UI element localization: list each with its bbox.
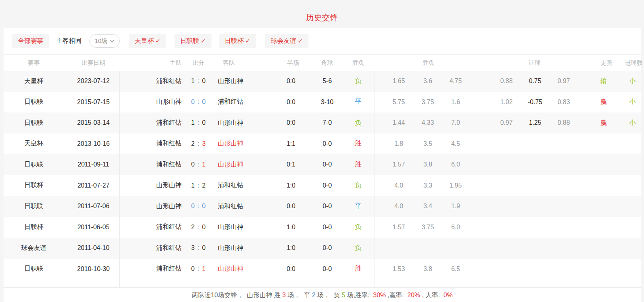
cell-1x2-odds: 1.53 [392,259,405,280]
cell-league: 天皇杯 [24,134,43,155]
cell-half-time: 0:1 [287,154,295,175]
cell-1x2-odds: 7.0 [451,112,460,134]
filter-same-home-away-tab[interactable]: 主客相同 [56,34,81,48]
cell-away-team: 山形山神 [218,71,243,92]
cell-score: 0:1 [191,154,206,175]
cell-corners: 0-0 [322,175,332,196]
cell-result: 负 [355,175,361,196]
cell-1x2-odds: 6.5 [451,259,460,280]
cell-league: 球会友谊 [21,238,47,259]
filter-tag-tenno-cup[interactable]: 天皇杯 ✓ [129,34,166,48]
filter-tag-j-league-cup[interactable]: 日联杯 ✓ [219,34,256,48]
cell-result: 平 [355,92,361,113]
table-header: 赛事 比赛日期 主队 比分 客队 半场 角球 胜负 胜负 让球 走势 进球数 [4,54,641,71]
header-home-team: 主队 [170,54,182,71]
cell-home-team: 山形山神 [156,175,182,196]
cell-score: 1:0 [191,112,206,134]
filter-tag-label: 日职联 [180,37,199,45]
header-1x2-odds: 胜负 [422,54,434,71]
cell-home-team: 浦和红钻 [156,238,182,259]
summary-segment: ,赢率: [386,292,407,298]
cell-corners: 5-6 [322,71,332,92]
cell-result: 胜 [355,134,361,155]
cell-league: 日联杯 [24,175,43,196]
cell-away-team: 浦和红钻 [218,175,243,196]
cell-score: 0:0 [191,92,206,113]
cell-1x2-odds: 3.6 [423,71,432,92]
cell-home-team: 浦和红钻 [156,112,182,134]
page-title: 历史交锋 [0,12,644,23]
cell-corners: 0-0 [322,259,332,280]
cell-home-team: 浦和红钻 [156,154,182,175]
cell-away-team: 浦和红钻 [218,92,243,113]
match-count-value: 10场 [95,37,107,45]
cell-date: 2013-10-16 [77,134,110,155]
cell-half-time: 1:1 [287,134,295,155]
cell-trend: 赢 [600,92,607,113]
cell-1x2-odds: 5.75 [392,92,405,113]
cell-home-team: 浦和红钻 [156,217,182,238]
cell-handicap-odds: 0.97 [557,71,570,92]
summary-line: 两队近10场交锋， 山形山神 胜 3 场， 平 2 场， 负 5 场,胜率: 3… [4,287,641,302]
cell-result: 负 [355,71,361,92]
cell-1x2-odds: 6.0 [451,154,460,175]
cell-score: 3:0 [191,238,206,259]
table-row: 日职联2015-03-14浦和红钻1:0山形山神0:07-0负1.444.337… [4,112,641,134]
cell-corners: 0-0 [322,196,332,217]
cell-1x2-odds: 1.57 [392,154,405,175]
cell-away-team: 浦和红钻 [218,196,243,217]
cell-away-team: 山形山神 [218,259,243,280]
cell-1x2-odds: 1.8 [394,134,403,155]
cell-1x2-odds: 3.3 [423,175,432,196]
header-away-team: 客队 [223,54,235,71]
filter-tag-club-friendly[interactable]: 球会友谊 ✓ [265,34,308,48]
filter-all-matches-label: 全部赛事 [18,37,43,45]
cell-league: 日职联 [24,92,43,113]
cell-away-team: 山形山神 [218,154,243,175]
cell-1x2-odds: 1.6 [451,92,460,113]
cell-date: 2011-09-11 [78,154,109,175]
column-divider [374,71,374,287]
filter-tag-label: 日联杯 [225,37,244,45]
match-count-dropdown[interactable]: 10场 [89,34,120,48]
cell-date: 2023-07-12 [77,71,110,92]
cell-half-time: 1:0 [287,217,295,238]
cell-corners: 7-0 [322,112,332,134]
table-row: 天皇杯2013-10-16浦和红钻2:3山形山神1:10-0胜1.83.54.5 [4,134,641,155]
filter-all-matches-button[interactable]: 全部赛事 [12,34,49,48]
cell-handicap-odds: 0.88 [557,112,570,134]
summary-segment: 2 [312,292,316,298]
table-row: 日职联2015-07-15山形山神0:0浦和红钻0:03-10平5.753.75… [4,92,641,113]
cell-date: 2010-10-30 [77,259,110,280]
cell-1x2-odds: 3.8 [423,154,432,175]
cell-date: 2011-07-06 [78,196,110,217]
cell-half-time: 0:0 [287,112,295,134]
cell-goals-total: 小 [629,112,636,134]
table-row: 日职联2011-09-11浦和红钻0:1山形山神0:10-0胜1.573.86.… [4,154,641,175]
cell-goals-total: 小 [629,71,636,92]
summary-segment: 山形山神 胜 [247,292,282,298]
cell-trend: 赢 [600,112,607,134]
cell-handicap-odds: 0.83 [557,92,570,113]
header-half-time: 半场 [287,54,299,71]
header-score: 比分 [192,54,204,71]
cell-home-team: 山形山神 [156,196,182,217]
header-date: 比赛日期 [81,54,105,71]
cell-corners: 0-0 [322,154,332,175]
summary-segment: 3 [282,292,286,298]
check-icon: ✓ [155,37,161,45]
cell-1x2-odds: 1.44 [392,112,405,134]
header-corners: 角球 [321,54,333,71]
cell-corners: 0-0 [322,217,332,238]
cell-away-team: 山形山神 [218,217,243,238]
check-icon: ✓ [201,37,206,45]
cell-result: 负 [355,217,361,238]
cell-1x2-odds: 1.57 [392,217,405,238]
filter-tag-j1-league[interactable]: 日职联 ✓ [175,34,211,48]
table-row: 球会友谊2011-04-10浦和红钻3:0山形山神1:00-0负 [4,238,641,259]
cell-league: 天皇杯 [24,71,43,92]
cell-1x2-odds: 3.8 [423,259,432,280]
cell-league: 日职联 [24,259,43,280]
cell-date: 2015-03-14 [77,112,110,134]
cell-1x2-odds: 4.0 [394,175,403,196]
